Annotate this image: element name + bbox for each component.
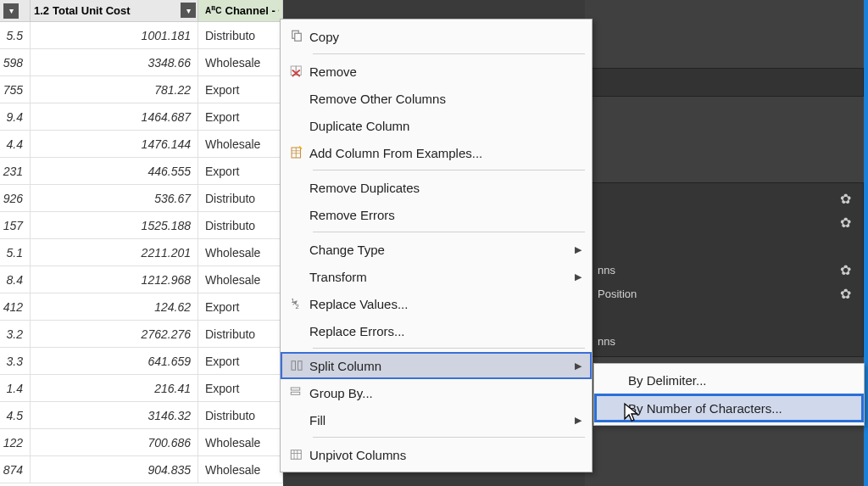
cell[interactable]: 904.835 [31, 456, 198, 483]
cell[interactable]: 1212.968 [31, 266, 198, 293]
menu-replace-values[interactable]: 12 Replace Values... [281, 290, 592, 317]
cell[interactable]: 157 [0, 212, 31, 238]
panel-item[interactable] [586, 305, 863, 329]
table-row[interactable]: 1571525.188Distributo [0, 212, 283, 239]
cell[interactable]: 598 [0, 49, 31, 75]
menu-group-by[interactable]: Group By... [281, 379, 592, 406]
cell[interactable]: Wholesale [198, 239, 283, 265]
cell[interactable]: 216.41 [31, 375, 198, 401]
cell[interactable]: Wholesale [198, 266, 283, 293]
cell[interactable]: 3146.32 [31, 402, 198, 428]
cell[interactable]: 446.555 [31, 158, 198, 184]
menu-transform[interactable]: Transform ▶ [281, 263, 592, 290]
column-filter-dropdown[interactable]: ▾ [181, 3, 196, 18]
cell[interactable]: 1476.144 [31, 131, 198, 157]
table-row[interactable]: 926536.67Distributo [0, 185, 283, 212]
menu-remove-errors[interactable]: Remove Errors [281, 201, 592, 228]
cell[interactable]: 412 [0, 293, 31, 320]
table-row[interactable]: 5983348.66Wholesale [0, 49, 283, 76]
gear-icon[interactable]: ✿ [840, 191, 851, 207]
gear-icon[interactable]: ✿ [840, 262, 851, 278]
cell[interactable]: Distributo [198, 212, 283, 238]
table-row[interactable]: 122700.686Wholesale [0, 429, 283, 456]
column-dropdown-1[interactable]: ▾ [3, 3, 19, 19]
table-row[interactable]: 3.22762.276Distributo [0, 321, 283, 348]
menu-remove-duplicates[interactable]: Remove Duplicates [281, 174, 592, 201]
panel-item[interactable]: ✿ [586, 187, 863, 210]
gear-icon[interactable]: ✿ [840, 286, 851, 302]
panel-item[interactable] [586, 234, 863, 258]
cell[interactable]: Distributo [198, 402, 283, 428]
cell[interactable]: 8.4 [0, 266, 31, 293]
submenu-by-delimiter[interactable]: By Delimiter... [594, 366, 864, 394]
cell[interactable]: 926 [0, 185, 31, 211]
cell[interactable]: 231 [0, 158, 31, 184]
cell[interactable]: Wholesale [198, 49, 283, 75]
gear-icon[interactable]: ✿ [840, 215, 851, 231]
cell[interactable]: 5.5 [0, 22, 31, 48]
menu-replace-errors[interactable]: Replace Errors... [281, 317, 592, 344]
menu-copy[interactable]: Copy [281, 23, 592, 50]
table-row[interactable]: 1.4216.41Export [0, 375, 283, 402]
cell[interactable]: 3.3 [0, 348, 31, 374]
column-header-1[interactable]: ▾ [0, 0, 31, 22]
panel-item[interactable]: nns✿ [586, 258, 863, 282]
cell[interactable]: 3348.66 [31, 49, 198, 75]
cell[interactable]: Distributo [198, 22, 283, 48]
cell[interactable]: 2211.201 [31, 239, 198, 265]
panel-item[interactable]: Position✿ [586, 282, 863, 305]
table-row[interactable]: 4.41476.144Wholesale [0, 131, 283, 158]
column-header-channel-copy[interactable]: ABC Channel - Copy [198, 0, 283, 22]
cell[interactable]: 4.5 [0, 402, 31, 428]
menu-fill[interactable]: Fill ▶ [281, 406, 592, 433]
table-row[interactable]: 5.51001.181Distributo [0, 22, 283, 49]
cell[interactable]: 3.2 [0, 321, 31, 347]
table-row[interactable]: 3.3641.659Export [0, 348, 283, 375]
cell[interactable]: Export [198, 348, 283, 374]
table-row[interactable]: 755781.22Export [0, 76, 283, 103]
cell[interactable]: Wholesale [198, 429, 283, 455]
menu-remove-other[interactable]: Remove Other Columns [281, 85, 592, 112]
cell[interactable]: Export [198, 293, 283, 320]
table-row[interactable]: 5.12211.201Wholesale [0, 239, 283, 266]
cell[interactable]: Export [198, 158, 283, 184]
cell[interactable]: 9.4 [0, 103, 31, 130]
menu-split-column[interactable]: Split Column ▶ [281, 352, 592, 379]
menu-remove[interactable]: Remove [281, 58, 592, 85]
cell[interactable]: 124.62 [31, 293, 198, 320]
table-row[interactable]: 4.53146.32Distributo [0, 402, 283, 429]
panel-item[interactable]: ✿ [586, 210, 863, 234]
cell[interactable]: 755 [0, 76, 31, 103]
cell[interactable]: Distributo [198, 321, 283, 347]
panel-item[interactable]: nns [586, 329, 863, 353]
cell[interactable]: Export [198, 76, 283, 103]
column-header-total-unit-cost[interactable]: 1.2 Total Unit Cost ▾ [31, 0, 198, 22]
cell[interactable]: Wholesale [198, 456, 283, 483]
menu-change-type[interactable]: Change Type ▶ [281, 236, 592, 263]
cell[interactable]: Export [198, 103, 283, 130]
menu-duplicate[interactable]: Duplicate Column [281, 112, 592, 139]
cell[interactable]: Distributo [198, 185, 283, 211]
cell[interactable]: 781.22 [31, 76, 198, 103]
cell[interactable]: 536.67 [31, 185, 198, 211]
cell[interactable]: 122 [0, 429, 31, 455]
cell[interactable]: 1001.181 [31, 22, 198, 48]
menu-add-examples[interactable]: Add Column From Examples... [281, 139, 592, 166]
cell[interactable]: 641.659 [31, 348, 198, 374]
cell[interactable]: 700.686 [31, 429, 198, 455]
table-row[interactable]: 412124.62Export [0, 293, 283, 321]
submenu-by-number-chars[interactable]: By Number of Characters... [594, 394, 864, 422]
cell[interactable]: 874 [0, 456, 31, 483]
table-row[interactable]: 874904.835Wholesale [0, 456, 283, 483]
table-row[interactable]: 231446.555Export [0, 158, 283, 185]
panel-input-box[interactable] [592, 68, 864, 97]
cell[interactable]: 1464.687 [31, 103, 198, 130]
cell[interactable]: Wholesale [198, 131, 283, 157]
cell[interactable]: 2762.276 [31, 321, 198, 347]
cell[interactable]: 4.4 [0, 131, 31, 157]
cell[interactable]: 1.4 [0, 375, 31, 401]
cell[interactable]: 1525.188 [31, 212, 198, 238]
table-row[interactable]: 9.41464.687Export [0, 103, 283, 131]
table-row[interactable]: 8.41212.968Wholesale [0, 266, 283, 293]
menu-unpivot[interactable]: Unpivot Columns [281, 441, 592, 468]
